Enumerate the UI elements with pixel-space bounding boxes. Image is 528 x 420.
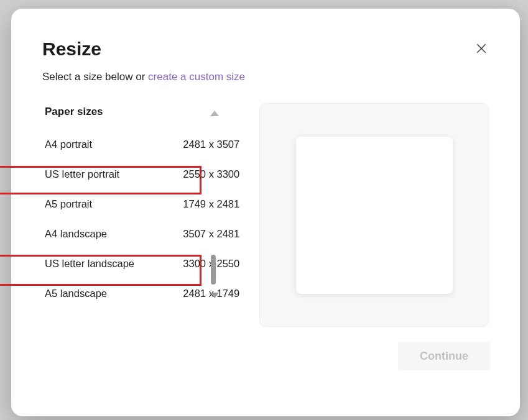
content-row: Paper sizes A4 portrait 2481 x 3507 US l… — [42, 103, 489, 327]
size-name: US letter portrait — [45, 168, 119, 180]
modal-subtitle: Select a size below or create a custom s… — [42, 71, 489, 83]
size-name: A4 portrait — [45, 139, 92, 150]
preview-pane — [259, 103, 489, 327]
scroll-down-icon[interactable] — [210, 293, 219, 298]
size-name: US letter landscape — [45, 258, 134, 270]
preview-canvas — [296, 137, 453, 294]
continue-button[interactable]: Continue — [398, 342, 490, 370]
size-name: A4 landscape — [45, 228, 107, 240]
close-icon — [475, 42, 488, 55]
close-button[interactable] — [475, 42, 490, 57]
size-list-scrollbar[interactable] — [208, 102, 219, 298]
subtitle-text: Select a size below or — [42, 71, 148, 83]
scroll-up-icon[interactable] — [210, 111, 219, 116]
size-name: A5 landscape — [45, 288, 107, 299]
resize-modal: Resize Select a size below or create a c… — [11, 9, 520, 416]
modal-title: Resize — [42, 39, 489, 60]
create-custom-size-link[interactable]: create a custom size — [148, 71, 245, 83]
size-name: A5 portrait — [45, 198, 92, 210]
scroll-thumb[interactable] — [211, 255, 216, 285]
